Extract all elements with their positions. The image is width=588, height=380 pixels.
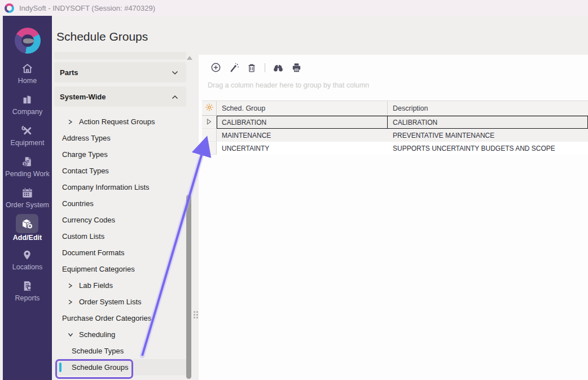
nav-item-lab-fields[interactable]: Lab Fields xyxy=(54,277,186,294)
nav-item-label: Schedule Types xyxy=(72,347,124,355)
cell-description: CALIBRATION xyxy=(388,116,588,129)
sidebar-item-label: Home xyxy=(18,77,37,85)
nav-item-list: Action Request GroupsAddress TypesCharge… xyxy=(54,113,186,375)
grid-filter-header-cell xyxy=(202,101,217,115)
pending-work-icon: $ xyxy=(20,155,34,168)
sidebar-item-locations[interactable]: Locations xyxy=(5,248,49,279)
locations-icon xyxy=(20,248,34,261)
sidebar-item-label: Order System xyxy=(6,201,49,209)
nav-item-charge-types[interactable]: Charge Types xyxy=(54,146,186,163)
nav-item-label: Currency Codes xyxy=(62,216,115,224)
sidebar-item-reports[interactable]: Reports xyxy=(5,279,49,310)
order-system-icon xyxy=(20,186,34,199)
add-edit-icon xyxy=(20,217,34,230)
nav-item-action-request-groups[interactable]: Action Request Groups xyxy=(54,113,186,130)
nav-item-label: Equipment Categories xyxy=(62,265,135,273)
table-row-uncertainty[interactable]: UNCERTAINTYSUPPORTS UNCERTAINTY BUDGETS … xyxy=(202,142,588,155)
main-sidebar: HomeCompanyEquipment$Pending WorkOrder S… xyxy=(3,16,52,380)
nav-item-label: Order System Lists xyxy=(79,298,142,306)
sidebar-item-home[interactable]: Home xyxy=(5,62,49,93)
row-indicator-cell xyxy=(202,142,217,155)
nav-scrollbar-thumb[interactable] xyxy=(186,195,191,379)
print-icon[interactable] xyxy=(291,62,302,73)
sidebar-item-label: Company xyxy=(12,108,43,116)
wand-icon[interactable] xyxy=(228,62,239,73)
group-by-hint: Drag a column header here to group by th… xyxy=(208,81,588,89)
table-row-calibration[interactable]: CALIBRATIONCALIBRATION xyxy=(202,116,588,129)
sidebar-item-label: Locations xyxy=(12,263,43,271)
indysoft-logo-icon xyxy=(15,28,41,54)
chevron-right-icon xyxy=(68,283,73,289)
cell-sched-group: MAINTENANCE xyxy=(217,129,388,142)
sidebar-item-add-edit[interactable]: Add/Edit xyxy=(5,217,49,248)
nav-item-label: Schedule Groups xyxy=(72,363,128,372)
indysoft-logo-icon xyxy=(5,3,14,13)
nav-item-custom-lists[interactable]: Custom Lists xyxy=(54,228,186,244)
chevron-down-icon xyxy=(172,67,178,77)
sidebar-item-label: Pending Work xyxy=(5,170,49,178)
nav-item-label: Address Types xyxy=(62,134,111,142)
window-title: IndySoft - INDYSOFT (Session: #470329) xyxy=(19,4,155,12)
nav-item-label: Contact Types xyxy=(62,167,109,175)
cell-sched-group: UNCERTAINTY xyxy=(217,142,388,155)
nav-item-equipment-categories[interactable]: Equipment Categories xyxy=(54,261,186,277)
cell-sched-group: CALIBRATION xyxy=(217,116,388,129)
sidebar-items: HomeCompanyEquipment$Pending WorkOrder S… xyxy=(5,62,49,310)
chevron-down-icon xyxy=(68,332,73,337)
nav-partial-group-header[interactable] xyxy=(54,52,186,59)
nav-group-label: System-Wide xyxy=(60,93,106,101)
nav-group-system-wide[interactable]: System-Wide xyxy=(54,86,186,107)
nav-item-schedule-types[interactable]: Schedule Types xyxy=(54,343,186,359)
sidebar-item-label: Equipment xyxy=(11,139,45,147)
add-icon[interactable] xyxy=(210,62,221,73)
grid-toolbar xyxy=(199,55,588,72)
sidebar-item-pending-work[interactable]: $Pending Work xyxy=(5,155,49,186)
toolbar-separator xyxy=(265,63,265,72)
sidebar-item-order-system[interactable]: Order System xyxy=(5,186,49,217)
sidebar-item-label: Add/Edit xyxy=(13,234,42,242)
scrollbar-up-arrow[interactable] xyxy=(187,56,192,60)
svg-text:$: $ xyxy=(24,161,26,166)
nav-item-label: Scheduling xyxy=(79,330,115,339)
page-title: Schedule Groups xyxy=(56,30,148,43)
delete-icon[interactable] xyxy=(246,62,257,73)
grid-rows: CALIBRATIONCALIBRATIONMAINTENANCEPREVENT… xyxy=(202,116,588,155)
system-wide-nav-panel: Parts System-Wide Action Request GroupsA… xyxy=(54,52,186,380)
table-row-maintenance[interactable]: MAINTENANCEPREVENTATIVE MAINTENANCE xyxy=(202,129,588,142)
nav-item-scheduling[interactable]: Scheduling xyxy=(54,326,186,343)
schedule-groups-content-panel: Drag a column header here to group by th… xyxy=(199,55,588,380)
panel-splitter-grip[interactable] xyxy=(194,311,198,318)
company-icon xyxy=(20,93,34,106)
nav-group-parts[interactable]: Parts xyxy=(54,62,186,82)
nav-item-order-system-lists[interactable]: Order System Lists xyxy=(54,294,186,310)
cell-description: SUPPORTS UNCERTAINTY BUDGETS AND SCOPE xyxy=(388,142,588,155)
grid-header-row: Sched. Group Description xyxy=(202,101,588,116)
chevron-right-icon xyxy=(68,119,73,125)
nav-item-document-formats[interactable]: Document Formats xyxy=(54,244,186,261)
find-icon[interactable] xyxy=(273,62,284,73)
chevron-right-icon xyxy=(68,299,73,305)
row-indicator-cell xyxy=(202,129,217,142)
reports-icon xyxy=(20,279,34,292)
nav-item-countries[interactable]: Countries xyxy=(54,195,186,212)
column-header-sched-group[interactable]: Sched. Group xyxy=(217,101,388,115)
nav-item-contact-types[interactable]: Contact Types xyxy=(54,163,186,179)
sidebar-item-equipment[interactable]: Equipment xyxy=(5,124,49,155)
nav-item-label: Document Formats xyxy=(62,248,125,257)
column-header-description[interactable]: Description xyxy=(388,101,588,115)
home-icon xyxy=(20,62,34,75)
sidebar-item-label: Reports xyxy=(15,294,40,302)
nav-item-currency-codes[interactable]: Currency Codes xyxy=(54,212,186,228)
cell-description: PREVENTATIVE MAINTENANCE xyxy=(388,129,588,142)
nav-item-purchase-order-categories[interactable]: Purchase Order Categories xyxy=(54,310,186,326)
sidebar-item-company[interactable]: Company xyxy=(5,93,49,124)
nav-item-schedule-groups[interactable]: Schedule Groups xyxy=(54,359,186,375)
nav-item-label: Purchase Order Categories xyxy=(62,314,151,322)
nav-item-label: Custom Lists xyxy=(62,232,104,241)
nav-item-label: Company Information Lists xyxy=(62,183,150,191)
nav-item-address-types[interactable]: Address Types xyxy=(54,130,186,146)
nav-item-company-information-lists[interactable]: Company Information Lists xyxy=(54,179,186,195)
nav-item-label: Countries xyxy=(62,199,94,208)
nav-item-label: Action Request Groups xyxy=(79,117,155,126)
row-focus-indicator-icon xyxy=(207,117,212,127)
